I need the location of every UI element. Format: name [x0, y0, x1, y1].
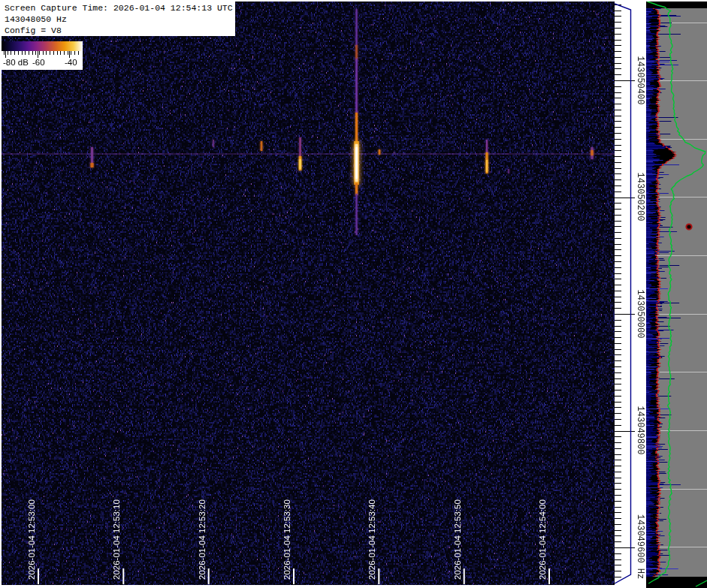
- time-label-1: 2026-01-04 12:53:10: [111, 499, 122, 580]
- freq-label-0: 143050400: [635, 56, 645, 105]
- capture-time-text: Screen Capture Time: 2026-01-04 12:54:13…: [5, 2, 235, 14]
- time-label-5: 2026-01-04 12:53:50: [452, 499, 463, 580]
- time-label-2: 2026-01-04 12:53:20: [197, 499, 207, 580]
- time-label-3: 2026-01-04 12:53:30: [282, 499, 292, 580]
- time-label-6: 2026-01-04 12:54:00: [537, 499, 548, 580]
- center-frequency-text: 143048050 Hz: [5, 14, 235, 25]
- waterfall-spectrogram: [2, 2, 615, 585]
- side-spectrum-panel: [646, 2, 707, 588]
- config-text: Config = V8: [5, 25, 235, 36]
- db-label-min: -80 dB: [3, 58, 29, 67]
- freq-label-3: 143049800: [635, 406, 645, 455]
- color-scale: -80 dB -60 -40: [2, 41, 83, 70]
- freq-label-2: 143050000: [635, 289, 645, 338]
- freq-label-4: 143049600 Hz: [635, 514, 645, 579]
- time-label-0: 2026-01-04 12:53:00: [26, 499, 37, 580]
- db-label-mid: -60: [32, 58, 45, 67]
- spectrogram-screen: Screen Capture Time: 2026-01-04 12:54:13…: [0, 0, 707, 588]
- db-label-max: -40: [65, 58, 77, 67]
- time-label-4: 2026-01-04 12:53:40: [367, 499, 377, 580]
- freq-label-1: 143050200: [635, 173, 645, 222]
- capture-info-box: Screen Capture Time: 2026-01-04 12:54:13…: [2, 2, 235, 36]
